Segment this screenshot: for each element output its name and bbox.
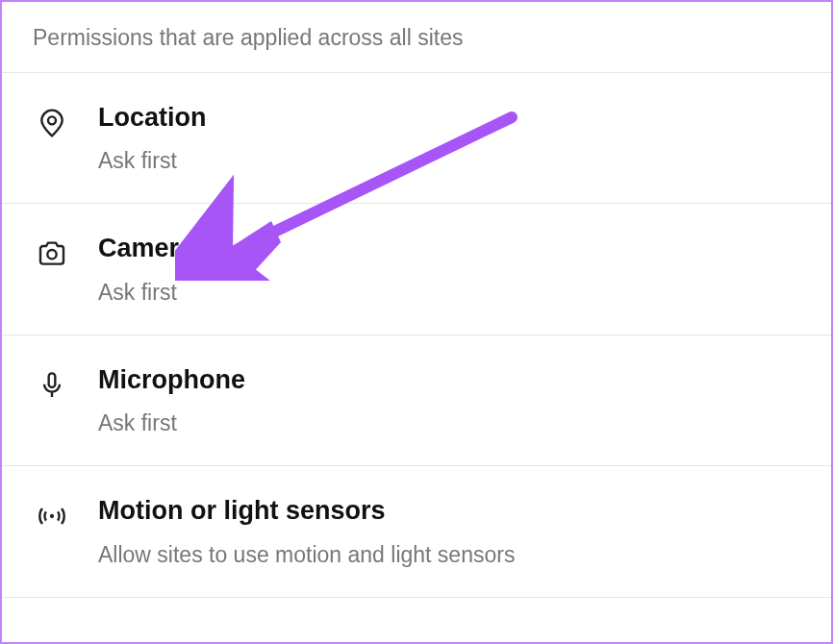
permission-subtitle: Ask first bbox=[98, 148, 800, 174]
permission-title: Camera bbox=[98, 233, 800, 263]
permissions-panel: Permissions that are applied across all … bbox=[0, 0, 833, 644]
permission-content: Location Ask first bbox=[98, 102, 800, 174]
permission-title: Location bbox=[98, 102, 800, 133]
permission-content: Microphone Ask first bbox=[98, 364, 800, 436]
permission-subtitle: Ask first bbox=[98, 280, 800, 306]
svg-rect-2 bbox=[49, 373, 56, 387]
svg-point-0 bbox=[48, 116, 56, 124]
camera-icon bbox=[33, 235, 71, 273]
permission-content: Motion or light sensors Allow sites to u… bbox=[98, 495, 800, 567]
panel-header: Permissions that are applied across all … bbox=[2, 2, 831, 73]
permission-row-location[interactable]: Location Ask first bbox=[2, 73, 831, 204]
permission-content: Camera Ask first bbox=[98, 233, 800, 305]
permission-title: Motion or light sensors bbox=[98, 495, 800, 526]
permission-subtitle: Ask first bbox=[98, 410, 800, 436]
permission-subtitle: Allow sites to use motion and light sens… bbox=[98, 542, 800, 568]
permission-row-microphone[interactable]: Microphone Ask first bbox=[2, 335, 831, 466]
svg-point-1 bbox=[47, 250, 56, 259]
microphone-icon bbox=[33, 366, 71, 405]
svg-point-4 bbox=[50, 514, 54, 518]
panel-header-text: Permissions that are applied across all … bbox=[33, 25, 800, 51]
permission-row-sensors[interactable]: Motion or light sensors Allow sites to u… bbox=[2, 466, 831, 597]
sensor-icon bbox=[33, 497, 71, 535]
location-icon bbox=[33, 104, 71, 142]
permission-row-camera[interactable]: Camera Ask first bbox=[2, 204, 831, 334]
permission-title: Microphone bbox=[98, 364, 800, 395]
